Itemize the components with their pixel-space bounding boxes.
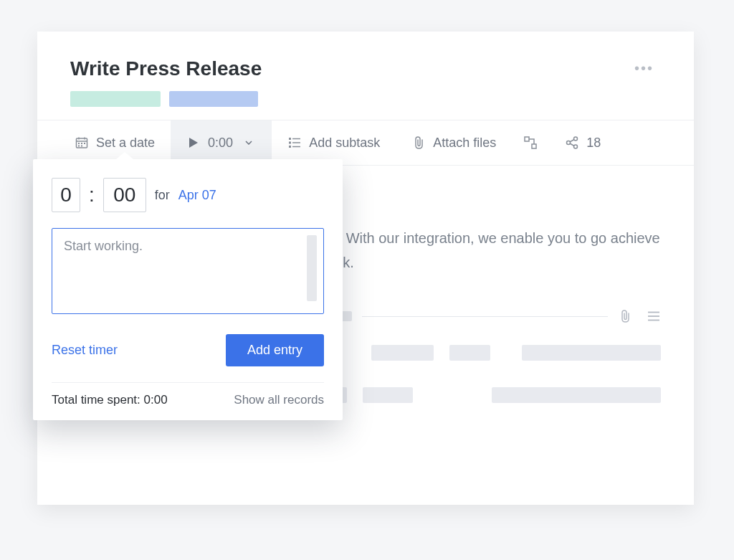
share-button[interactable]: 18 xyxy=(549,120,616,165)
tag-row xyxy=(70,91,661,107)
task-title[interactable]: Write Press Release xyxy=(70,57,262,80)
show-all-records-button[interactable]: Show all records xyxy=(234,393,324,407)
attach-files-label: Attach files xyxy=(433,136,496,151)
svg-point-17 xyxy=(567,141,571,145)
skeleton-block xyxy=(371,345,434,361)
share-count: 18 xyxy=(586,136,601,151)
svg-rect-11 xyxy=(289,146,291,148)
popover-time-row: : for Apr 07 xyxy=(52,178,324,212)
svg-point-19 xyxy=(574,145,578,148)
dependency-icon xyxy=(523,136,538,150)
attach-files-button[interactable]: Attach files xyxy=(396,120,512,165)
svg-rect-6 xyxy=(84,143,85,144)
timer-popover: : for Apr 07 Reset timer Add entry Total… xyxy=(33,159,343,420)
section-actions xyxy=(618,309,661,323)
svg-line-21 xyxy=(570,143,574,146)
for-label: for xyxy=(155,188,170,203)
svg-rect-10 xyxy=(289,142,291,144)
popover-actions: Reset timer Add entry xyxy=(52,334,324,366)
set-date-label: Set a date xyxy=(96,136,155,151)
scrollbar-thumb[interactable] xyxy=(307,235,317,301)
skeleton-block xyxy=(492,387,661,403)
svg-rect-7 xyxy=(78,146,80,147)
notes-textarea[interactable] xyxy=(52,228,324,314)
svg-point-18 xyxy=(574,137,578,141)
total-time-label: Total time spent: 0:00 xyxy=(52,393,168,407)
skeleton-block xyxy=(363,387,413,403)
svg-rect-5 xyxy=(81,143,82,144)
add-entry-button[interactable]: Add entry xyxy=(226,334,324,366)
card-header: Write Press Release ••• xyxy=(37,32,694,120)
skeleton-block xyxy=(449,345,490,361)
attachment-icon[interactable] xyxy=(618,309,632,323)
popover-divider xyxy=(52,382,324,383)
tag-two[interactable] xyxy=(169,91,258,107)
dots-icon: ••• xyxy=(634,60,654,76)
calendar-icon xyxy=(75,136,89,150)
svg-rect-15 xyxy=(525,137,529,141)
list-view-icon[interactable] xyxy=(647,309,661,323)
entry-date-link[interactable]: Apr 07 xyxy=(178,188,216,203)
more-menu-button[interactable]: ••• xyxy=(627,56,661,81)
popover-footer: Total time spent: 0:00 Show all records xyxy=(52,393,324,407)
share-icon xyxy=(565,136,579,150)
attachment-icon xyxy=(411,136,426,150)
minutes-input[interactable] xyxy=(103,178,146,212)
svg-rect-4 xyxy=(78,143,80,144)
svg-rect-16 xyxy=(532,144,536,148)
play-icon xyxy=(186,136,201,150)
svg-line-20 xyxy=(570,140,574,143)
dependency-button[interactable] xyxy=(512,120,549,165)
reset-timer-button[interactable]: Reset timer xyxy=(52,343,118,358)
svg-rect-8 xyxy=(81,146,82,147)
skeleton-block xyxy=(522,345,661,361)
add-subtask-label: Add subtask xyxy=(309,136,380,151)
time-colon: : xyxy=(89,184,95,207)
title-row: Write Press Release ••• xyxy=(70,56,661,81)
chevron-down-icon xyxy=(242,136,256,150)
svg-rect-9 xyxy=(289,138,291,140)
hours-input[interactable] xyxy=(52,178,80,212)
subtask-icon xyxy=(287,136,302,150)
set-date-button[interactable]: Set a date xyxy=(59,120,171,165)
timer-value: 0:00 xyxy=(208,136,233,151)
timer-button[interactable]: 0:00 xyxy=(171,120,272,165)
divider-line-right xyxy=(362,316,608,317)
add-subtask-button[interactable]: Add subtask xyxy=(272,120,396,165)
tag-one[interactable] xyxy=(70,91,161,107)
